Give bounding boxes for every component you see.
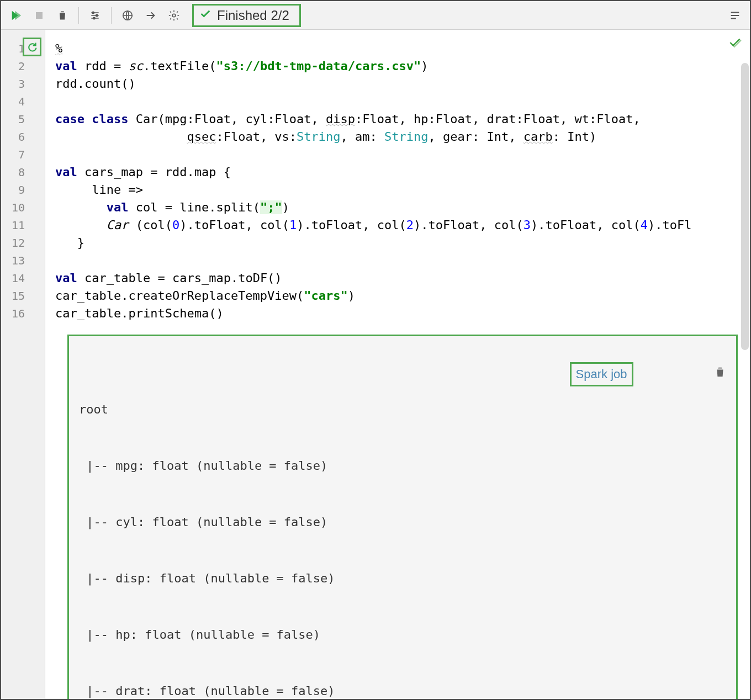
sliders-icon[interactable] — [84, 5, 105, 26]
line-number: 8 — [1, 163, 45, 181]
code-line[interactable]: line => — [55, 181, 750, 199]
spark-job-link[interactable]: Spark job — [570, 362, 633, 386]
output-line: root — [79, 400, 726, 419]
code-line[interactable]: val rdd = sc.textFile("s3://bdt-tmp-data… — [55, 57, 750, 75]
code-line[interactable] — [55, 146, 750, 163]
line-number: 6 — [1, 128, 45, 146]
code-line[interactable]: rdd.count() — [55, 75, 750, 93]
output-line: |-- drat: float (nullable = false) — [79, 682, 726, 699]
code-line[interactable]: % — [55, 40, 750, 57]
code-line[interactable]: } — [55, 234, 750, 252]
status-pill: Finished 2/2 — [192, 4, 301, 27]
gutter: 1 2 3 4 5 6 7 8 9 10 11 12 13 14 15 16 — [1, 30, 45, 699]
toolbar: Finished 2/2 — [1, 1, 750, 30]
line-number: 14 — [1, 269, 45, 287]
cell-refresh-icon[interactable] — [23, 38, 41, 56]
line-number: 3 — [1, 75, 45, 93]
line-number: 2 — [1, 57, 45, 75]
line-number: 7 — [1, 146, 45, 163]
line-number: 10 — [1, 199, 45, 216]
line-number: 11 — [1, 216, 45, 234]
svg-point-1 — [92, 12, 94, 13]
status-text: Finished 2/2 — [217, 8, 289, 23]
line-number: 5 — [1, 110, 45, 128]
stop-button[interactable] — [29, 5, 50, 26]
editor: 1 2 3 4 5 6 7 8 9 10 11 12 13 14 15 16 %… — [1, 30, 750, 699]
svg-point-5 — [172, 14, 176, 17]
code-line[interactable] — [55, 252, 750, 269]
output-line: |-- mpg: float (nullable = false) — [79, 457, 726, 475]
svg-rect-0 — [36, 12, 43, 19]
trash-button[interactable] — [52, 5, 73, 26]
cell-success-icon — [728, 35, 742, 52]
output-line: |-- disp: float (nullable = false) — [79, 569, 726, 588]
separator — [111, 7, 112, 24]
output-line: |-- hp: float (nullable = false) — [79, 625, 726, 644]
code-line[interactable]: qsec:Float, vs:String, am: String, gear:… — [55, 128, 750, 146]
gear-icon[interactable] — [163, 5, 184, 26]
line-number: 9 — [1, 181, 45, 199]
trash-icon[interactable] — [641, 346, 726, 402]
code-line[interactable]: val col = line.split(";") — [55, 199, 750, 216]
code-line[interactable]: val cars_map = rdd.map { — [55, 163, 750, 181]
line-number: 13 — [1, 252, 45, 269]
paragraph-menu-icon[interactable] — [724, 5, 745, 26]
output-actions: Spark job — [570, 346, 726, 402]
line-number: 12 — [1, 234, 45, 252]
output-line: |-- cyl: float (nullable = false) — [79, 513, 726, 532]
code-line[interactable]: car_table.createOrReplaceTempView("cars"… — [55, 287, 750, 305]
globe-icon[interactable] — [117, 5, 138, 26]
code-line[interactable]: car_table.printSchema() — [55, 305, 750, 322]
arrow-right-icon[interactable] — [140, 5, 161, 26]
output-box: Spark job root |-- mpg: float (nullable … — [67, 335, 738, 699]
line-number: 15 — [1, 287, 45, 305]
line-number: 16 — [1, 305, 45, 322]
code-line[interactable] — [55, 93, 750, 110]
svg-point-3 — [93, 17, 95, 19]
check-icon — [199, 8, 211, 23]
code-area[interactable]: % val rdd = sc.textFile("s3://bdt-tmp-da… — [45, 30, 750, 699]
vertical-scrollbar[interactable] — [741, 63, 749, 350]
code-line[interactable]: Car (col(0).toFloat, col(1).toFloat, col… — [55, 216, 750, 234]
code-line[interactable]: val car_table = cars_map.toDF() — [55, 269, 750, 287]
separator — [78, 7, 79, 24]
svg-point-2 — [96, 14, 98, 16]
code-line[interactable]: case class Car(mpg:Float, cyl:Float, dis… — [55, 110, 750, 128]
line-number: 4 — [1, 93, 45, 110]
run-all-button[interactable] — [6, 5, 27, 26]
